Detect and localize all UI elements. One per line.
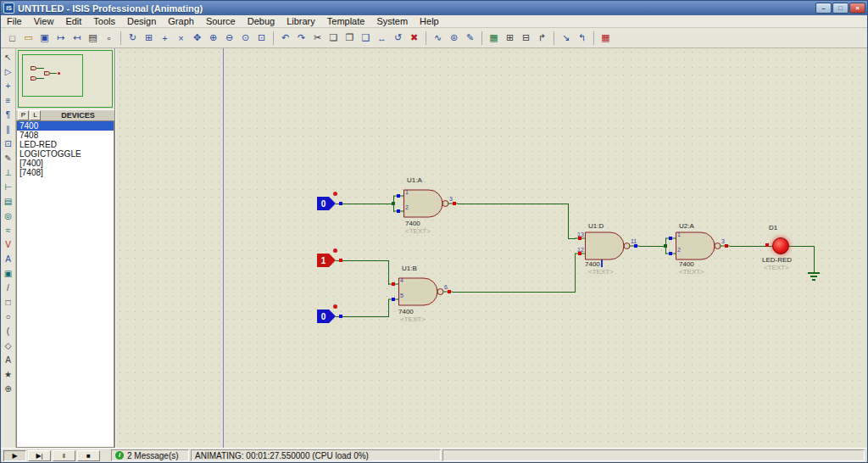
component-mode-icon[interactable]: ▷ bbox=[2, 64, 15, 79]
terminals-mode-icon[interactable]: ⊥ bbox=[2, 165, 15, 180]
junction-dot-mode-icon[interactable]: + bbox=[2, 79, 15, 93]
device-item[interactable]: 7408 bbox=[17, 131, 114, 140]
wire[interactable] bbox=[639, 246, 666, 247]
play-button[interactable]: ▶ bbox=[3, 450, 26, 461]
2d-circle-mode-icon[interactable]: ○ bbox=[2, 310, 15, 324]
redo-icon[interactable]: ↷ bbox=[294, 31, 309, 45]
wire[interactable] bbox=[789, 246, 815, 247]
stop-button[interactable]: ■ bbox=[77, 450, 100, 461]
mark-output-area-icon[interactable]: ▫ bbox=[102, 31, 116, 45]
goto-sheet-icon[interactable]: ↱ bbox=[535, 31, 549, 45]
close-button[interactable]: × bbox=[849, 3, 865, 14]
pick-devices-button[interactable]: P bbox=[18, 110, 29, 120]
2d-symbols-mode-icon[interactable]: ★ bbox=[2, 367, 15, 382]
origin-icon[interactable]: + bbox=[158, 31, 172, 45]
undo-icon[interactable]: ↶ bbox=[278, 31, 292, 45]
wire[interactable] bbox=[453, 292, 576, 293]
overview-viewport[interactable] bbox=[22, 54, 83, 97]
menu-system[interactable]: System bbox=[370, 15, 414, 28]
device-item[interactable]: [7400] bbox=[17, 159, 114, 168]
grid-toggle-icon[interactable]: ⊞ bbox=[142, 31, 156, 45]
selection-mode-icon[interactable]: ↖ bbox=[2, 50, 15, 64]
menu-tools[interactable]: Tools bbox=[87, 15, 121, 28]
logic-toggle-3[interactable]: 0 bbox=[317, 310, 336, 323]
maximize-button[interactable]: □ bbox=[832, 3, 849, 14]
pan-icon[interactable]: ✥ bbox=[190, 31, 204, 45]
subcircuit-mode-icon[interactable]: ⊡ bbox=[2, 137, 15, 151]
buses-mode-icon[interactable]: ∥ bbox=[2, 122, 15, 137]
toggle-actuator-icon[interactable] bbox=[333, 304, 337, 309]
menu-file[interactable]: File bbox=[1, 15, 28, 28]
device-item[interactable]: LED-RED bbox=[17, 140, 114, 149]
overview-window[interactable] bbox=[18, 50, 113, 108]
led-icon[interactable] bbox=[772, 237, 789, 254]
text-script-mode-icon[interactable]: ¶ bbox=[2, 108, 15, 122]
redraw-icon[interactable]: ↻ bbox=[125, 31, 140, 45]
2d-arc-mode-icon[interactable]: ( bbox=[2, 324, 15, 338]
return-to-parent-icon[interactable]: ↰ bbox=[575, 31, 589, 45]
generator-mode-icon[interactable]: ≈ bbox=[2, 223, 15, 237]
remove-sheet-icon[interactable]: ⊟ bbox=[519, 31, 533, 45]
nand-gate-u1b[interactable]: 4 5 6 bbox=[388, 277, 453, 306]
titlebar[interactable]: IS UNTITLED - ISIS Professional (Animati… bbox=[1, 1, 867, 15]
zoom-in-icon[interactable]: ⊕ bbox=[206, 31, 220, 45]
device-pins-mode-icon[interactable]: ⊢ bbox=[2, 180, 15, 194]
search-tag-icon[interactable]: ⊚ bbox=[447, 31, 461, 45]
ares-pcb-icon[interactable]: ▦ bbox=[598, 31, 613, 45]
wire-label-mode-icon[interactable]: ≡ bbox=[2, 93, 15, 108]
zoom-all-icon[interactable]: ⊙ bbox=[238, 31, 253, 45]
virtual-instruments-mode-icon[interactable]: ▣ bbox=[2, 266, 15, 281]
save-icon[interactable]: ▣ bbox=[37, 31, 52, 45]
zoom-area-icon[interactable]: ⊡ bbox=[254, 31, 269, 45]
block-copy-icon[interactable]: ❑ bbox=[359, 31, 373, 45]
wire-autorouter-icon[interactable]: ∿ bbox=[431, 31, 445, 45]
wire[interactable] bbox=[336, 316, 389, 317]
instant-edit-mode-icon[interactable]: ✎ bbox=[2, 151, 15, 165]
toggle-actuator-icon[interactable] bbox=[333, 192, 337, 196]
property-assignment-icon[interactable]: ✎ bbox=[463, 31, 477, 45]
device-item[interactable]: LOGICTOGGLE bbox=[17, 149, 114, 159]
design-explorer-icon[interactable]: ▦ bbox=[487, 31, 501, 45]
copy-icon[interactable]: ❏ bbox=[326, 31, 341, 45]
menu-template[interactable]: Template bbox=[321, 15, 371, 28]
zoom-to-child-icon[interactable]: ↘ bbox=[559, 31, 573, 45]
export-section-icon[interactable]: ↤ bbox=[70, 31, 84, 45]
minimize-button[interactable]: – bbox=[815, 3, 832, 14]
2d-markers-mode-icon[interactable]: ⊕ bbox=[2, 382, 15, 396]
toggle-actuator-icon[interactable] bbox=[333, 248, 337, 253]
toggle-flag[interactable]: 0 bbox=[317, 310, 336, 323]
wire[interactable] bbox=[336, 260, 389, 261]
message-panel[interactable]: i 2 Message(s) bbox=[111, 449, 189, 461]
menu-library[interactable]: Library bbox=[281, 15, 321, 28]
menu-design[interactable]: Design bbox=[121, 15, 162, 28]
block-delete-icon[interactable]: ✖ bbox=[407, 31, 421, 45]
step-button[interactable]: ▶| bbox=[28, 450, 51, 461]
2d-path-mode-icon[interactable]: ◇ bbox=[2, 338, 15, 353]
zoom-out-icon[interactable]: ⊖ bbox=[222, 31, 236, 45]
menu-source[interactable]: Source bbox=[200, 15, 242, 28]
wire[interactable] bbox=[458, 204, 569, 204]
library-manager-button[interactable]: L bbox=[30, 110, 41, 120]
menu-edit[interactable]: Edit bbox=[59, 15, 87, 28]
menu-view[interactable]: View bbox=[28, 15, 60, 28]
print-icon[interactable]: ▤ bbox=[86, 31, 100, 45]
paste-icon[interactable]: ❐ bbox=[342, 31, 357, 45]
ground-icon[interactable] bbox=[808, 272, 820, 282]
2d-line-mode-icon[interactable]: / bbox=[2, 281, 15, 295]
2d-box-mode-icon[interactable]: □ bbox=[2, 295, 15, 310]
cursor-snap-icon[interactable]: × bbox=[174, 31, 188, 45]
toggle-flag[interactable]: 0 bbox=[317, 197, 336, 210]
cut-icon[interactable]: ✂ bbox=[310, 31, 325, 45]
voltage-probe-mode-icon[interactable]: V bbox=[2, 237, 15, 252]
nand-gate-u1a[interactable]: 1 2 3 bbox=[393, 189, 458, 218]
new-sheet-icon[interactable]: ⊞ bbox=[503, 31, 517, 45]
wire[interactable] bbox=[814, 246, 815, 273]
device-item[interactable]: [7408] bbox=[17, 168, 114, 177]
block-move-icon[interactable]: ↔ bbox=[375, 31, 389, 45]
device-item[interactable]: 7400 bbox=[17, 121, 114, 131]
toggle-flag[interactable]: 1 bbox=[317, 254, 336, 267]
nand-gate-u2a[interactable]: 1 2 3 bbox=[665, 232, 730, 260]
pause-button[interactable]: ‖ bbox=[53, 450, 75, 461]
block-rotate-icon[interactable]: ↺ bbox=[391, 31, 405, 45]
import-section-icon[interactable]: ↦ bbox=[53, 31, 68, 45]
